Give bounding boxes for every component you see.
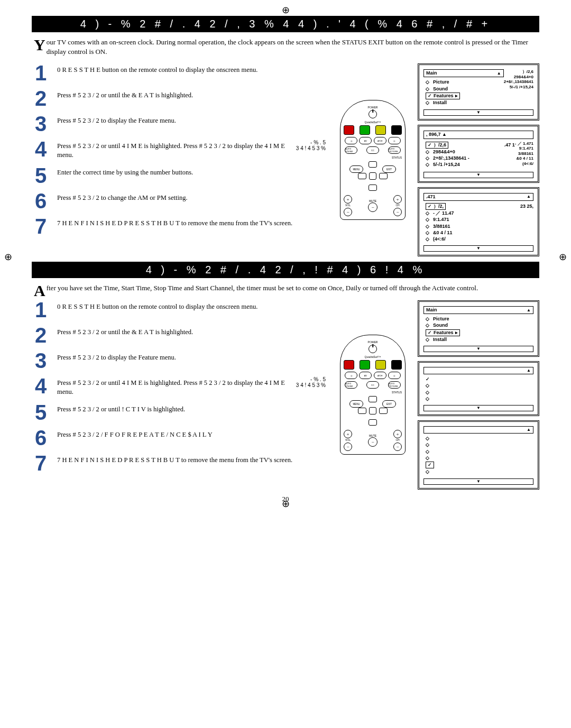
color-button-black xyxy=(391,125,402,135)
registration-mark: ⊕ xyxy=(282,4,290,16)
up-arrow-icon: ▲ xyxy=(527,368,531,373)
osd-right-text: 9:1.471 xyxy=(515,146,533,151)
osd-item: 9:1.471 xyxy=(433,217,449,223)
intro-paragraph-1: Y our TV comes with an on-screen clock. … xyxy=(32,38,539,56)
osd-item: Picture xyxy=(433,79,449,85)
osd-item: Sound xyxy=(433,322,448,328)
step-text: 0 R E S S T H E button on the remote con… xyxy=(57,300,257,311)
osd-item-selected: ）/2,6 xyxy=(434,142,446,148)
av-button: AV xyxy=(359,137,372,144)
quadrasurf-label: QuadraSurf™ xyxy=(344,121,402,124)
cursor-right-icon xyxy=(379,408,388,414)
step-text: Press # 5 2 3 / 2 to display the Feature… xyxy=(57,114,176,125)
registration-mark: ⊕ xyxy=(559,251,567,263)
color-button-green xyxy=(360,125,370,135)
step-text: 7 H E N F I N I S H E D P R E S S T H B … xyxy=(57,454,292,465)
step-number: 5 xyxy=(32,166,50,185)
osd-column-1: Main▲ ◇Picture ◇Sound ✓Features▸ ◇Instal… xyxy=(418,63,539,256)
steps-section-2: 1 0 R E S S T H E button on the remote c… xyxy=(32,300,328,490)
quadrasurf-label: QuadraSurf™ xyxy=(344,355,402,358)
ch-up-icon: + xyxy=(393,430,402,438)
step-text: 0 R E S S T H E button on the remote con… xyxy=(57,63,257,75)
step-text: Press # 5 2 3 / 2 or until the & E A T i… xyxy=(57,89,193,100)
osd-footer: ▼ xyxy=(423,346,533,352)
osd-right-text: (4<:6/ xyxy=(515,161,533,167)
osd-item-selected: Features xyxy=(434,330,454,336)
osd-right-text: 3/88161 xyxy=(515,151,533,156)
osd-right-text: 5/-/1 /+15,24 xyxy=(504,85,533,90)
cursor-left-icon xyxy=(358,173,366,179)
osd-item: - ／ 11.47 xyxy=(433,210,454,216)
osd-item: 5/-/1 /+15,24 xyxy=(433,162,460,168)
step-number: 4 xyxy=(32,376,50,395)
cursor-down-icon xyxy=(369,185,377,191)
step-text: Press # 5 2 3 / 2 or until the & E A T i… xyxy=(57,326,193,337)
color-button-green xyxy=(360,360,370,370)
cc-button: CC xyxy=(366,146,379,154)
registration-mark: ⊕ xyxy=(4,251,12,263)
step-number: 3 xyxy=(32,351,50,370)
registration-mark: ⊕ xyxy=(282,498,290,510)
osd-title: .471 xyxy=(426,194,436,200)
osd-footer: ▼ xyxy=(423,172,533,178)
auto-sound-button: AUTO SOUND xyxy=(345,381,357,389)
osd-feature-menu: , 896,7 ▲ ✓）/2,6.47 1 ◇2984&4+0 ◇2+8/:,1… xyxy=(418,125,539,182)
osd-item: Picture xyxy=(433,316,449,322)
step-number: 4 xyxy=(32,140,50,159)
intro-text: fter you have set the Time, Start Time, … xyxy=(47,284,478,292)
mute-label: MUTE xyxy=(368,199,377,202)
osd-footer: ▼ xyxy=(423,109,533,116)
osd-item: Install xyxy=(433,337,447,343)
vol-label: VOL xyxy=(345,204,351,207)
cursor-left-icon xyxy=(358,408,366,414)
step-number: 3 xyxy=(32,114,50,133)
auto-picture-button: AUTO PICTURE xyxy=(388,381,401,389)
step-number: 2 xyxy=(32,89,50,108)
nav-ring: MENU EXIT xyxy=(352,396,394,428)
ch-label: CH xyxy=(395,438,399,441)
intro-text: our TV comes with an on-screen clock. Du… xyxy=(47,38,528,56)
auto-picture-button: AUTO PICTURE xyxy=(388,146,401,154)
intro-paragraph-2: A fter you have set the Time, Start Time… xyxy=(32,283,539,293)
spiral-button: ◎ xyxy=(388,372,401,379)
osd-footer: ▼ xyxy=(423,245,533,252)
av-button: AV xyxy=(359,372,372,379)
osd-title: Main xyxy=(426,307,437,313)
osd-item-value: 23 25, xyxy=(520,204,533,209)
osd-item: 2+8/:,13438641 - xyxy=(433,155,469,161)
callout-label: - % . 5 3 4 ! 4 5 3 % xyxy=(296,140,328,151)
osd-right-text: 2+8/:,13438641 xyxy=(504,79,533,85)
step-number: 6 xyxy=(32,191,50,210)
osd-footer: ▼ xyxy=(423,478,533,485)
power-icon xyxy=(369,110,377,118)
color-button-red xyxy=(344,125,354,135)
color-button-yellow xyxy=(375,360,386,370)
spiral-button: ◎ xyxy=(345,137,357,144)
osd-item-value: .47 1 xyxy=(504,142,515,148)
step-number: 7 xyxy=(32,454,50,473)
osd-item: Sound xyxy=(433,86,448,92)
section-heading-2: 4 ) - % 2 # / . 4 2 / , ! # 4 ) 6 ! 4 % xyxy=(32,262,539,278)
spiral-button: ◎ xyxy=(345,372,357,379)
dropcap: Y xyxy=(34,38,47,52)
power-label: POWER xyxy=(344,106,402,109)
step-number: 1 xyxy=(32,63,50,82)
osd-menu-blank-a: ▲ ✓ ◇ ◇ ◇ ▼ xyxy=(418,361,539,416)
step-text: Press # 5 2 3 / 2 / F F O F R E P E A T … xyxy=(57,428,213,439)
up-arrow-icon: ▲ xyxy=(527,194,531,199)
osd-right-text: &0 4 / 11 xyxy=(515,156,533,161)
section-heading-1: 4 ) - % 2 # / . 4 2 / , 3 % 4 4 ) . ' 4 … xyxy=(32,16,539,32)
mute-icon: − xyxy=(368,437,377,447)
ch-down-icon: − xyxy=(393,443,402,451)
spiral-button: ◎ xyxy=(388,137,401,144)
step-number: 2 xyxy=(32,326,50,345)
cursor-center-icon xyxy=(369,407,376,414)
ch-up-icon: + xyxy=(393,195,402,204)
mute-label: MUTE xyxy=(368,434,377,437)
osd-title: Main xyxy=(426,70,437,76)
auto-sound-button: AUTO SOUND xyxy=(345,146,357,154)
osd-item-selected: Features xyxy=(434,93,454,99)
cc-button: CC xyxy=(366,381,379,389)
ach-button: A/CH xyxy=(374,372,386,379)
vol-label: VOL xyxy=(345,438,351,441)
